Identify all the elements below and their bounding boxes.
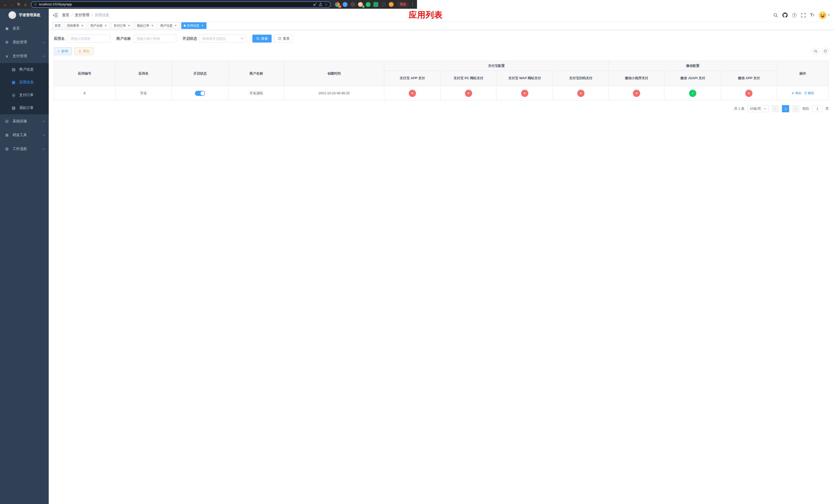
breadcrumb-payment[interactable]: 支付管理 <box>75 13 89 18</box>
breadcrumb-separator <box>71 13 72 17</box>
password-key-icon[interactable] <box>313 3 317 6</box>
tags-view-bar: 首页 流程表单 × 用户分组 × 支付订单 × 退款订单 × 商户信息 × 应用… <box>49 22 417 30</box>
col-merchant-name: 商户名称 <box>228 61 284 86</box>
breadcrumb-app-info: 应用信息 <box>95 13 109 18</box>
export-button[interactable]: 导出 <box>74 47 94 55</box>
browser-menu-kebab-icon[interactable]: ⋮ <box>410 2 415 7</box>
pay-order-icon: ◎ <box>11 93 16 97</box>
page-content: 应用名 商户名称 开启状态 请选择开启状态 搜索 <box>49 30 417 117</box>
sidebar-item-pay-order[interactable]: ◎ 支付订单 <box>0 89 49 101</box>
extension-green-doc-icon[interactable] <box>373 2 378 7</box>
col-group-alipay: 支付宝配置 <box>384 61 417 71</box>
browser-forward-button[interactable]: → <box>9 1 15 8</box>
merchant-card-icon: ▤ <box>11 67 16 72</box>
extension-badge: 10 <box>338 5 341 8</box>
tab-close-icon[interactable]: × <box>127 24 131 27</box>
merchant-name-input[interactable] <box>133 35 176 43</box>
status-toggle[interactable] <box>195 91 205 96</box>
sidebar-item-system[interactable]: ⚙ 系统管理 <box>0 36 49 49</box>
extension-green-circle-icon[interactable] <box>366 2 371 7</box>
sidebar-item-workflow[interactable]: ⊞ 工作流程 <box>0 142 49 156</box>
tab-refund-order[interactable]: 退款订单 × <box>135 22 156 29</box>
breadcrumb-separator <box>91 13 93 17</box>
workflow-icon: ⊞ <box>5 147 9 151</box>
sidebar: 芋道管理系统 ◉ 首页 ⚙ 系统管理 ¥ 支付管理 ▤ 商户信息 ▦ 应用信息 … <box>0 9 49 252</box>
share-icon[interactable] <box>319 3 322 6</box>
col-alipay-app: 支付宝 APP 支付 <box>384 71 417 86</box>
bookmark-star-icon[interactable]: ☆ <box>324 2 328 6</box>
browser-refresh-button[interactable]: ↻ <box>15 1 22 8</box>
table-toolbar: + 新增 导出 <box>54 47 417 55</box>
infrastructure-icon: ⊟ <box>5 119 9 123</box>
active-tab-dot <box>184 25 186 27</box>
dashboard-icon: ◉ <box>5 26 9 31</box>
tab-pay-order[interactable]: 支付订单 × <box>111 22 133 29</box>
browser-home-button[interactable]: ⌂ <box>22 1 29 8</box>
app-logo[interactable]: 芋道管理系统 <box>0 9 49 22</box>
sidebar-item-infrastructure[interactable]: ⊟ 基础设施 <box>0 114 49 128</box>
chevron-up-icon <box>43 55 45 58</box>
app-name-input[interactable] <box>67 35 110 43</box>
yen-icon: ¥ <box>5 54 9 59</box>
browser-back-button[interactable]: ← <box>2 1 9 8</box>
app-title: 芋道管理系统 <box>19 13 40 18</box>
col-app-name: 应用名 <box>115 61 172 86</box>
breadcrumb-home[interactable]: 首页 <box>62 13 69 18</box>
cell-merchant-name: 芋道源码 <box>228 86 284 100</box>
app-grid-icon: ▦ <box>11 80 16 85</box>
sidebar-item-payment[interactable]: ¥ 支付管理 <box>0 49 49 63</box>
browser-profile-avatar[interactable] <box>389 2 394 7</box>
reset-button[interactable]: 重置 <box>274 35 293 43</box>
tab-process-form[interactable]: 流程表单 × <box>65 22 86 29</box>
tab-app-info[interactable]: 应用信息 × <box>181 22 206 29</box>
main-area: 首页 支付管理 应用信息 应用列表 ? TT <box>49 9 417 252</box>
add-button[interactable]: + 新增 <box>54 47 72 55</box>
sidebar-item-home[interactable]: ◉ 首页 <box>0 22 49 36</box>
extension-dark-icon[interactable] <box>350 2 355 7</box>
search-button[interactable]: 搜索 <box>253 35 271 43</box>
cell-app-id: 6 <box>54 86 115 100</box>
col-app-id: 应用编号 <box>54 61 115 86</box>
tab-merchant-info[interactable]: 商户信息 × <box>158 22 180 29</box>
chevron-down-icon <box>43 147 45 150</box>
site-info-icon[interactable]: ⓘ <box>34 2 37 7</box>
sidebar-collapse-icon[interactable] <box>53 13 58 18</box>
dev-tools-icon: ⊠ <box>5 133 9 137</box>
col-status: 开启状态 <box>172 61 228 86</box>
config-status-icon: × <box>409 90 416 97</box>
extension-profile-icon[interactable]: 1 <box>358 2 363 7</box>
cell-app-name: 芋道 <box>115 86 172 100</box>
search-form: 应用名 商户名称 开启状态 请选择开启状态 搜索 <box>54 35 417 43</box>
url-text[interactable]: localhost:1024/pay/app <box>39 3 311 6</box>
col-create-time: 创建时间 <box>284 61 384 86</box>
tab-close-icon[interactable]: × <box>104 24 107 27</box>
sidebar-item-app-info[interactable]: ▦ 应用信息 <box>0 76 49 89</box>
chevron-down-icon <box>43 133 45 136</box>
breadcrumb: 首页 支付管理 应用信息 <box>62 13 109 18</box>
browser-address-bar[interactable]: ⓘ localhost:1024/pay/app ☆ <box>31 1 331 8</box>
status-label: 开启状态 <box>182 37 197 41</box>
extensions-row: 10 1 <box>335 2 394 7</box>
chevron-down-icon <box>43 119 45 122</box>
sidebar-item-refund-order[interactable]: ▧ 退款订单 <box>0 101 49 114</box>
browser-update-button[interactable]: 更新 <box>397 2 409 7</box>
chevron-down-icon <box>43 41 45 43</box>
plus-icon: + <box>58 49 60 53</box>
extension-dark-bird-icon[interactable] <box>381 2 386 7</box>
chevron-down-icon <box>241 38 243 41</box>
gear-icon: ⚙ <box>5 40 9 45</box>
sidebar-item-merchant-info[interactable]: ▤ 商户信息 <box>0 63 49 76</box>
tab-close-icon[interactable]: × <box>174 24 177 27</box>
sidebar-item-dev-tools[interactable]: ⊠ 研发工具 <box>0 128 49 142</box>
status-select[interactable]: 请选择开启状态 <box>199 35 246 43</box>
extension-blue-icon[interactable] <box>343 2 348 7</box>
tab-close-icon[interactable]: × <box>81 24 84 27</box>
extension-colorful-icon[interactable]: 10 <box>335 2 340 7</box>
tab-close-icon[interactable]: × <box>201 24 204 27</box>
top-navbar: 首页 支付管理 应用信息 应用列表 ? TT <box>49 9 417 22</box>
extension-badge: 1 <box>363 5 365 8</box>
tab-home[interactable]: 首页 <box>52 22 63 29</box>
browser-chrome: ← → ↻ ⌂ ⓘ localhost:1024/pay/app ☆ 10 1 … <box>0 0 417 9</box>
tab-close-icon[interactable]: × <box>151 24 154 27</box>
tab-user-group[interactable]: 用户分组 × <box>88 22 110 29</box>
